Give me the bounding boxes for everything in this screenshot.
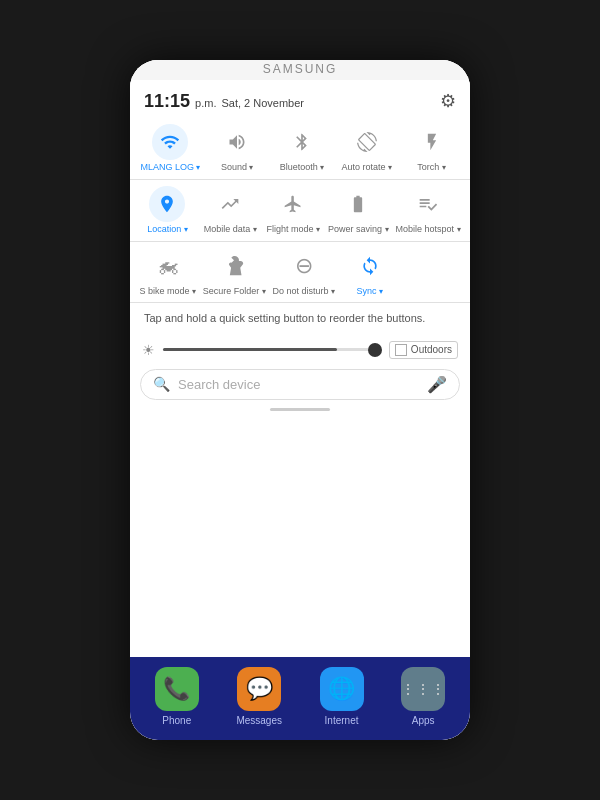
toggle-wifi[interactable]: MLANG LOG ▾ xyxy=(140,124,200,173)
toggle-mobilehotspot[interactable]: Mobile hotspot ▾ xyxy=(395,186,460,235)
mobilehotspot-icon xyxy=(410,186,446,222)
toggle-sound[interactable]: Sound ▾ xyxy=(209,124,265,173)
toggle-powersaving[interactable]: Power saving ▾ xyxy=(328,186,389,235)
sync-label: Sync ▾ xyxy=(357,286,384,297)
sync-icon xyxy=(352,248,388,284)
outdoors-checkbox[interactable] xyxy=(395,344,407,356)
quick-settings-row-3: 🏍 S bike mode ▾ Secure Folder ▾ ⊖ Do not… xyxy=(130,242,470,304)
donotdisturb-label: Do not disturb ▾ xyxy=(273,286,336,297)
toggle-sync[interactable]: Sync ▾ xyxy=(342,248,398,297)
flightmode-label: Flight mode ▾ xyxy=(266,224,320,235)
sound-icon xyxy=(219,124,255,160)
dock-item-messages[interactable]: 💬 Messages xyxy=(236,667,282,726)
phone-app-icon: 📞 xyxy=(155,667,199,711)
sbike-icon: 🏍 xyxy=(150,248,186,284)
mobiledata-label: Mobile data ▾ xyxy=(204,224,257,235)
toggle-torch[interactable]: Torch ▾ xyxy=(404,124,460,173)
wifi-label: MLANG LOG ▾ xyxy=(140,162,200,173)
securefolder-label: Secure Folder ▾ xyxy=(203,286,266,297)
dock-item-internet[interactable]: 🌐 Internet xyxy=(320,667,364,726)
phone-screen: SAMSUNG 11:15 p.m. Sat, 2 November ⚙ MLA… xyxy=(130,60,470,740)
toggle-autorotate[interactable]: Auto rotate ▾ xyxy=(339,124,395,173)
toggle-mobiledata[interactable]: Mobile data ▾ xyxy=(202,186,258,235)
brightness-row: ☀ Outdoors xyxy=(130,335,470,365)
settings-icon[interactable]: ⚙ xyxy=(440,90,456,112)
toggle-donotdisturb[interactable]: ⊖ Do not disturb ▾ xyxy=(273,248,336,297)
autorotate-icon xyxy=(349,124,385,160)
toggle-flightmode[interactable]: Flight mode ▾ xyxy=(265,186,321,235)
dock-item-phone[interactable]: 📞 Phone xyxy=(155,667,199,726)
toggle-bluetooth[interactable]: Bluetooth ▾ xyxy=(274,124,330,173)
nav-bar xyxy=(270,408,330,411)
mobilehotspot-label: Mobile hotspot ▾ xyxy=(395,224,460,235)
messages-app-label: Messages xyxy=(236,715,282,726)
hint-text: Tap and hold a quick setting button to r… xyxy=(130,303,470,334)
dock-item-apps[interactable]: ⋮⋮⋮ Apps xyxy=(401,667,445,726)
dock: 📞 Phone 💬 Messages 🌐 Internet ⋮⋮⋮ Apps xyxy=(130,657,470,740)
sound-label: Sound ▾ xyxy=(221,162,254,173)
search-bar[interactable]: 🔍 Search device 🎤 xyxy=(140,369,460,400)
securefolder-icon xyxy=(216,248,252,284)
brightness-thumb xyxy=(368,343,382,357)
flightmode-icon xyxy=(275,186,311,222)
donotdisturb-icon: ⊖ xyxy=(286,248,322,284)
date: Sat, 2 November xyxy=(221,97,304,109)
autorotate-label: Auto rotate ▾ xyxy=(342,162,393,173)
toggle-location[interactable]: Location ▾ xyxy=(139,186,195,235)
toggle-sbike[interactable]: 🏍 S bike mode ▾ xyxy=(139,248,196,297)
quick-settings-row-1: MLANG LOG ▾ Sound ▾ Bluetooth ▾ xyxy=(130,118,470,180)
ampm: p.m. xyxy=(195,97,216,109)
location-label: Location ▾ xyxy=(147,224,188,235)
search-input[interactable]: Search device xyxy=(178,377,419,392)
location-icon xyxy=(149,186,185,222)
phone-app-label: Phone xyxy=(162,715,191,726)
time-date: 11:15 p.m. Sat, 2 November xyxy=(144,91,304,112)
torch-icon xyxy=(414,124,450,160)
outdoors-button[interactable]: Outdoors xyxy=(389,341,458,359)
bluetooth-icon xyxy=(284,124,320,160)
powersaving-label: Power saving ▾ xyxy=(328,224,389,235)
outdoors-label: Outdoors xyxy=(411,344,452,355)
clock-time: 11:15 xyxy=(144,91,190,112)
wifi-icon xyxy=(152,124,188,160)
apps-icon: ⋮⋮⋮ xyxy=(401,667,445,711)
brightness-icon: ☀ xyxy=(142,342,155,358)
powersaving-icon xyxy=(340,186,376,222)
toggle-securefolder[interactable]: Secure Folder ▾ xyxy=(203,248,266,297)
sbike-label: S bike mode ▾ xyxy=(139,286,196,297)
quick-settings-row-2: Location ▾ Mobile data ▾ Flight mode ▾ xyxy=(130,180,470,242)
bluetooth-label: Bluetooth ▾ xyxy=(280,162,325,173)
status-bar: 11:15 p.m. Sat, 2 November ⚙ xyxy=(130,80,470,118)
mic-icon[interactable]: 🎤 xyxy=(427,375,447,394)
brightness-fill xyxy=(163,348,337,351)
phone-frame: SAMSUNG 11:15 p.m. Sat, 2 November ⚙ MLA… xyxy=(130,60,470,740)
mobiledata-icon xyxy=(212,186,248,222)
search-icon: 🔍 xyxy=(153,376,170,392)
internet-app-label: Internet xyxy=(325,715,359,726)
apps-label: Apps xyxy=(412,715,435,726)
internet-app-icon: 🌐 xyxy=(320,667,364,711)
messages-app-icon: 💬 xyxy=(237,667,281,711)
brightness-track[interactable] xyxy=(163,348,381,351)
brand-label: SAMSUNG xyxy=(130,60,470,80)
torch-label: Torch ▾ xyxy=(417,162,446,173)
